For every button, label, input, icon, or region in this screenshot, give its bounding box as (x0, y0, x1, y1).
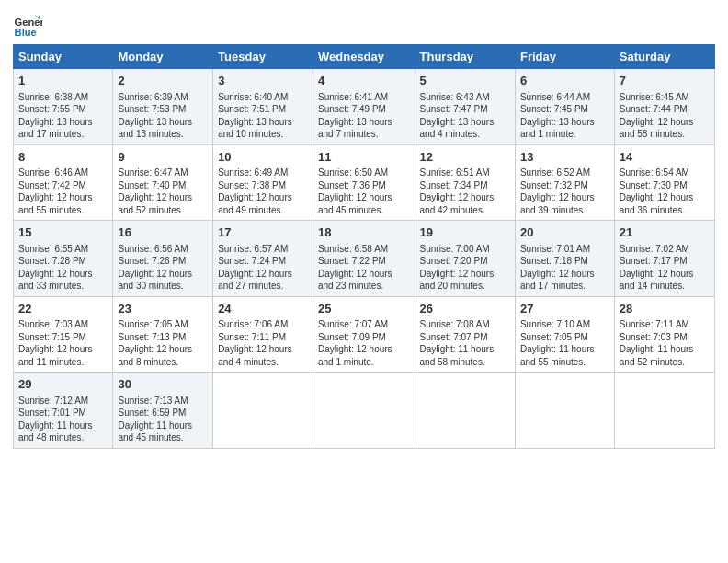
day-info-line: Sunrise: 6:56 AM (118, 243, 208, 256)
page-container: General Blue SundayMondayTuesdayWednesda… (0, 0, 728, 458)
day-info-line: Daylight: 12 hours (318, 343, 410, 356)
calendar-cell: 23Sunrise: 7:05 AMSunset: 7:13 PMDayligh… (113, 296, 213, 373)
day-info-line: and 11 minutes. (18, 356, 108, 369)
day-info-line: Sunrise: 6:39 AM (118, 91, 208, 104)
day-number: 28 (620, 301, 710, 317)
day-number: 19 (420, 224, 510, 241)
day-info-line: and 17 minutes. (520, 280, 609, 293)
day-info-line: and 58 minutes. (420, 356, 510, 369)
day-info-line: Daylight: 11 hours (118, 419, 208, 432)
day-info-line: Sunset: 7:42 PM (18, 179, 108, 192)
calendar-cell: 17Sunrise: 6:57 AMSunset: 7:24 PMDayligh… (213, 221, 313, 297)
day-number: 7 (620, 73, 710, 89)
day-info-line: Sunrise: 6:51 AM (420, 167, 510, 179)
week-row-3: 15Sunrise: 6:55 AMSunset: 7:28 PMDayligh… (14, 221, 715, 297)
calendar-cell: 19Sunrise: 7:00 AMSunset: 7:20 PMDayligh… (415, 221, 515, 297)
day-info-line: Daylight: 12 hours (620, 191, 710, 204)
day-info-line: Sunset: 7:38 PM (218, 179, 308, 192)
day-number: 21 (620, 224, 710, 241)
day-number: 30 (118, 376, 208, 393)
day-number: 22 (18, 301, 108, 317)
calendar-cell (313, 373, 415, 449)
calendar-cell: 30Sunrise: 7:13 AMSunset: 6:59 PMDayligh… (113, 373, 213, 449)
calendar-cell: 20Sunrise: 7:01 AMSunset: 7:18 PMDayligh… (515, 221, 614, 297)
day-info-line: Sunset: 7:18 PM (520, 255, 609, 268)
calendar-cell: 22Sunrise: 7:03 AMSunset: 7:15 PMDayligh… (14, 296, 113, 373)
day-info-line: Daylight: 11 hours (520, 343, 609, 356)
day-info-line: and 33 minutes. (18, 280, 108, 293)
day-number: 3 (218, 73, 308, 89)
day-number: 26 (420, 301, 510, 317)
day-info-line: and 10 minutes. (218, 128, 308, 141)
day-info-line: Sunrise: 6:44 AM (520, 91, 609, 104)
day-info-line: Sunrise: 7:02 AM (620, 243, 710, 256)
day-info-line: Sunrise: 6:46 AM (18, 167, 108, 179)
calendar-cell: 1Sunrise: 6:38 AMSunset: 7:55 PMDaylight… (14, 69, 113, 145)
day-info-line: Daylight: 12 hours (118, 191, 208, 204)
calendar-cell: 11Sunrise: 6:50 AMSunset: 7:36 PMDayligh… (313, 144, 415, 221)
day-info-line: Sunset: 7:07 PM (420, 331, 510, 344)
calendar-cell: 4Sunrise: 6:41 AMSunset: 7:49 PMDaylight… (313, 69, 415, 145)
day-number: 14 (620, 149, 710, 166)
day-info-line: Daylight: 12 hours (18, 191, 108, 204)
day-info-line: and 8 minutes. (118, 356, 208, 369)
calendar-cell: 3Sunrise: 6:40 AMSunset: 7:51 PMDaylight… (213, 69, 313, 145)
day-info-line: Sunset: 7:15 PM (18, 331, 108, 344)
day-info-line: Sunrise: 7:01 AM (520, 243, 609, 256)
day-info-line: Daylight: 11 hours (420, 343, 510, 356)
day-info-line: Sunrise: 7:11 AM (620, 318, 710, 331)
day-info-line: Daylight: 11 hours (18, 419, 108, 432)
day-info-line: and 39 minutes. (520, 204, 609, 217)
day-number: 11 (318, 149, 410, 166)
calendar-cell (213, 373, 313, 449)
column-header-tuesday: Tuesday (213, 45, 313, 69)
day-info-line: Sunset: 7:03 PM (620, 331, 710, 344)
day-info-line: Daylight: 12 hours (118, 343, 208, 356)
day-info-line: and 49 minutes. (218, 204, 308, 217)
day-info-line: Sunset: 7:05 PM (520, 331, 609, 344)
calendar-cell (515, 373, 614, 449)
calendar-cell: 7Sunrise: 6:45 AMSunset: 7:44 PMDaylight… (614, 69, 714, 145)
calendar-cell: 25Sunrise: 7:07 AMSunset: 7:09 PMDayligh… (313, 296, 415, 373)
day-info-line: Sunrise: 7:08 AM (420, 318, 510, 331)
day-number: 27 (520, 301, 609, 317)
calendar-table: SundayMondayTuesdayWednesdayThursdayFrid… (13, 44, 715, 449)
day-info-line: and 52 minutes. (118, 204, 208, 217)
day-info-line: Sunset: 7:49 PM (318, 103, 410, 116)
day-info-line: and 14 minutes. (620, 280, 710, 293)
day-info-line: Daylight: 12 hours (218, 268, 308, 281)
day-number: 16 (118, 224, 208, 241)
day-info-line: Sunrise: 6:38 AM (18, 91, 108, 104)
calendar-cell: 18Sunrise: 6:58 AMSunset: 7:22 PMDayligh… (313, 221, 415, 297)
day-number: 29 (18, 376, 108, 393)
day-info-line: Daylight: 13 hours (118, 116, 208, 129)
header: General Blue (13, 9, 715, 39)
day-info-line: Daylight: 12 hours (620, 268, 710, 281)
day-info-line: and 42 minutes. (420, 204, 510, 217)
calendar-cell: 29Sunrise: 7:12 AMSunset: 7:01 PMDayligh… (14, 373, 113, 449)
day-info-line: Daylight: 13 hours (18, 116, 108, 129)
calendar-cell: 21Sunrise: 7:02 AMSunset: 7:17 PMDayligh… (614, 221, 714, 297)
day-number: 5 (420, 73, 510, 89)
day-info-line: and 45 minutes. (318, 204, 410, 217)
day-info-line: and 48 minutes. (18, 431, 108, 444)
day-info-line: Sunset: 7:55 PM (18, 103, 108, 116)
day-info-line: Daylight: 12 hours (420, 268, 510, 281)
day-info-line: Daylight: 13 hours (218, 116, 308, 129)
calendar-cell: 9Sunrise: 6:47 AMSunset: 7:40 PMDaylight… (113, 144, 213, 221)
day-info-line: Sunset: 7:45 PM (520, 103, 609, 116)
day-info-line: Daylight: 12 hours (218, 343, 308, 356)
day-info-line: Sunrise: 6:43 AM (420, 91, 510, 104)
day-number: 23 (118, 301, 208, 317)
day-info-line: Sunset: 7:53 PM (118, 103, 208, 116)
calendar-cell: 6Sunrise: 6:44 AMSunset: 7:45 PMDaylight… (515, 69, 614, 145)
day-info-line: Sunset: 7:40 PM (118, 179, 208, 192)
day-info-line: and 4 minutes. (420, 128, 510, 141)
day-info-line: Sunset: 7:47 PM (420, 103, 510, 116)
day-number: 1 (18, 73, 108, 89)
day-info-line: Sunrise: 7:03 AM (18, 318, 108, 331)
day-number: 20 (520, 224, 609, 241)
day-info-line: and 4 minutes. (218, 356, 308, 369)
day-info-line: Sunrise: 6:40 AM (218, 91, 308, 104)
column-headers-row: SundayMondayTuesdayWednesdayThursdayFrid… (14, 45, 715, 69)
